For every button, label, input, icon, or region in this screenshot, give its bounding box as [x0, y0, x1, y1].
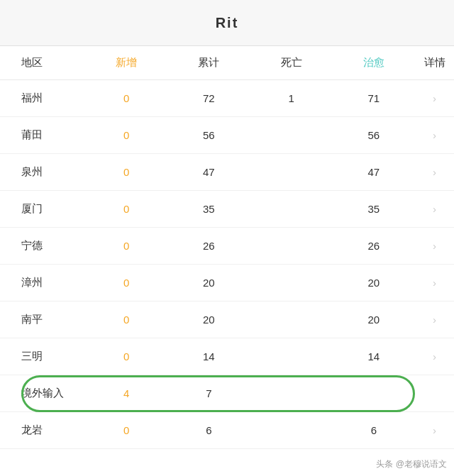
- cell-recover: 14: [333, 350, 415, 362]
- cell-new: 0: [85, 277, 167, 289]
- cell-new: 0: [85, 203, 167, 215]
- col-header-recover: 治愈: [333, 56, 415, 70]
- cell-new: 0: [85, 92, 167, 104]
- table-header-row: 地区 新增 累计 死亡 治愈 详情: [0, 46, 454, 80]
- table-row[interactable]: 厦门 0 35 35 ›: [0, 191, 454, 228]
- table-row[interactable]: 宁德 0 26 26 ›: [0, 228, 454, 265]
- cell-new: 0: [85, 314, 167, 326]
- cell-recover: 6: [333, 424, 415, 436]
- table-row[interactable]: 龙岩 0 6 6 ›: [0, 412, 454, 449]
- cell-total: 26: [167, 240, 250, 252]
- table-row[interactable]: 莆田 0 56 56 ›: [0, 117, 454, 154]
- cell-detail: ›: [415, 203, 454, 215]
- col-header-death: 死亡: [250, 56, 333, 70]
- cell-detail: ›: [415, 314, 454, 326]
- cell-recover: 26: [333, 240, 415, 252]
- table-row[interactable]: 泉州 0 47 47 ›: [0, 154, 454, 191]
- cell-detail: ›: [415, 277, 454, 289]
- main-table: Rit 地区 新增 累计 死亡 治愈 详情 福州 0 72 1 71 › 莆田 …: [0, 0, 454, 449]
- cell-total: 35: [167, 203, 250, 215]
- cell-region: 泉州: [0, 165, 85, 179]
- cell-detail: ›: [415, 166, 454, 178]
- cell-total: 7: [167, 387, 250, 399]
- cell-region: 三明: [0, 350, 85, 363]
- cell-total: 47: [167, 166, 250, 178]
- col-header-detail: 详情: [415, 56, 454, 70]
- cell-new: 4: [85, 387, 167, 399]
- col-header-total: 累计: [167, 56, 250, 70]
- cell-new: 0: [85, 350, 167, 362]
- watermark-text: 头条 @老穆说语文: [376, 458, 447, 470]
- cell-new: 0: [85, 166, 167, 178]
- cell-recover: 71: [333, 92, 415, 104]
- cell-new: 0: [85, 240, 167, 252]
- cell-total: 6: [167, 424, 250, 436]
- cell-recover: 20: [333, 314, 415, 326]
- cell-region: 厦门: [0, 202, 85, 216]
- cell-region: 福州: [0, 92, 85, 105]
- col-header-new: 新增: [85, 56, 167, 70]
- cell-total: 72: [167, 92, 250, 104]
- cell-detail: ›: [415, 92, 454, 104]
- cell-recover: 20: [333, 277, 415, 289]
- table-body: 福州 0 72 1 71 › 莆田 0 56 56 › 泉州 0 47 47 ›…: [0, 80, 454, 449]
- cell-detail: ›: [415, 129, 454, 141]
- cell-total: 14: [167, 350, 250, 362]
- col-header-region: 地区: [0, 56, 85, 70]
- cell-new: 0: [85, 129, 167, 141]
- cell-total: 20: [167, 277, 250, 289]
- cell-new: 0: [85, 424, 167, 436]
- cell-region: 宁德: [0, 239, 85, 253]
- table-row[interactable]: 境外输入 4 7: [0, 375, 454, 412]
- cell-region: 南平: [0, 313, 85, 326]
- cell-recover: 47: [333, 166, 415, 178]
- cell-detail: ›: [415, 240, 454, 252]
- page-title: Rit: [216, 15, 239, 31]
- cell-detail: ›: [415, 424, 454, 436]
- cell-region: 境外输入: [0, 387, 85, 400]
- cell-death: 1: [250, 92, 333, 104]
- page-header: Rit: [0, 0, 454, 46]
- cell-total: 20: [167, 314, 250, 326]
- table-row[interactable]: 福州 0 72 1 71 ›: [0, 80, 454, 117]
- cell-detail: ›: [415, 350, 454, 362]
- table-row[interactable]: 南平 0 20 20 ›: [0, 301, 454, 338]
- table-row[interactable]: 三明 0 14 14 ›: [0, 338, 454, 375]
- table-row[interactable]: 漳州 0 20 20 ›: [0, 265, 454, 301]
- cell-region: 莆田: [0, 128, 85, 142]
- cell-region: 漳州: [0, 276, 85, 289]
- cell-recover: 56: [333, 129, 415, 141]
- cell-region: 龙岩: [0, 424, 85, 437]
- cell-total: 56: [167, 129, 250, 141]
- cell-recover: 35: [333, 203, 415, 215]
